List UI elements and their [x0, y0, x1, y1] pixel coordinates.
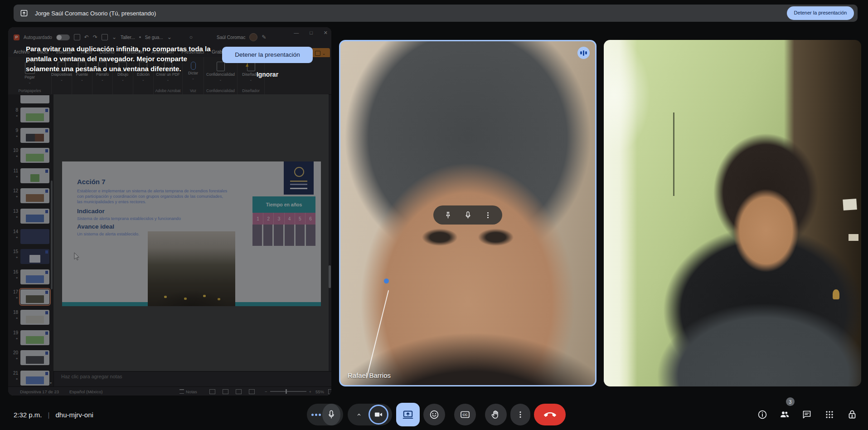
present-box-icon	[19, 9, 29, 18]
chat-button[interactable]	[798, 406, 816, 424]
background-detail	[673, 112, 674, 195]
meeting-code: dhu-mjrv-oni	[55, 411, 93, 419]
ignore-button[interactable]: Ignorar	[222, 69, 313, 79]
background-detail	[843, 199, 857, 210]
captions-button[interactable]: CC	[454, 404, 476, 425]
video-tile-participant[interactable]	[604, 40, 861, 386]
stop-presentation-button[interactable]: Detener la presentación	[222, 47, 313, 63]
presentation-tile[interactable]: P Autoguardado ↶ ↷ ⌄ Taller... Se gua...…	[8, 27, 331, 396]
participant-name: Rafael Barrios	[348, 371, 391, 379]
earphone-wire	[366, 290, 389, 378]
video-tile-rafael-barrios[interactable]: Rafael Barrios	[339, 40, 596, 386]
people-button[interactable]	[776, 406, 794, 424]
pin-button[interactable]	[443, 210, 453, 220]
participant-more-button[interactable]	[483, 210, 493, 220]
separator: |	[48, 411, 50, 419]
audio-level-icon	[577, 47, 590, 59]
presenter-label: Jorge Saúl Coromac Osorio (Tú, presentan…	[35, 10, 156, 17]
activities-apps-icon[interactable]	[820, 406, 839, 424]
chevron-up-icon	[350, 411, 368, 418]
dim-overlay	[8, 27, 331, 396]
svg-text:CC: CC	[463, 413, 468, 417]
meeting-details: 2:32 p.m. | dhu-mjrv-oni	[14, 399, 93, 430]
clock-time: 2:32 p.m.	[14, 411, 42, 419]
background-detail	[849, 234, 858, 241]
more-options-button[interactable]	[510, 404, 530, 425]
stop-presenting-button[interactable]: Detener la presentación	[787, 6, 854, 20]
reactions-button[interactable]	[423, 404, 445, 425]
presenting-banner: Jorge Saúl Coromac Osorio (Tú, presentan…	[14, 5, 858, 22]
camera-button[interactable]	[348, 404, 392, 425]
camera-icon	[369, 405, 388, 425]
present-button[interactable]	[396, 403, 420, 426]
audio-activity-icon	[310, 414, 322, 416]
raise-hand-button[interactable]	[485, 404, 507, 425]
duplication-warning: Para evitar una duplicación infinita, no…	[26, 44, 334, 74]
participant-count-badge: 3	[786, 397, 795, 406]
microphone-button[interactable]	[307, 404, 343, 425]
host-controls-lock-icon[interactable]	[843, 406, 861, 424]
tile-actions-pill	[433, 205, 502, 225]
background-detail	[833, 289, 839, 299]
meet-window: Jorge Saúl Coromac Osorio (Tú, presentan…	[0, 0, 868, 430]
mute-participant-button[interactable]	[463, 210, 473, 220]
earbud	[384, 279, 389, 283]
meeting-info-button[interactable]	[753, 406, 771, 424]
mic-icon	[322, 404, 340, 425]
end-call-button[interactable]	[534, 404, 566, 425]
